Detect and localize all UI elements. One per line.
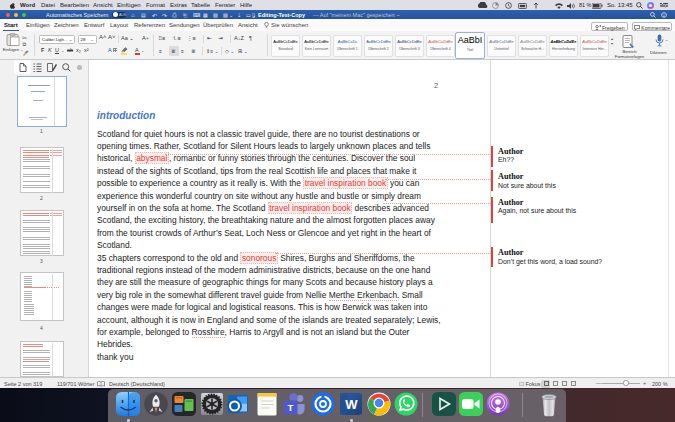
- svg-text:T: T: [288, 402, 294, 413]
- svg-text:W: W: [345, 397, 358, 412]
